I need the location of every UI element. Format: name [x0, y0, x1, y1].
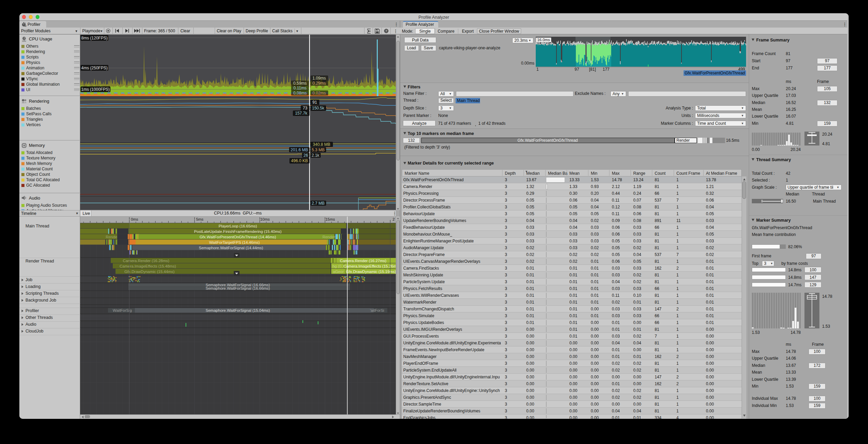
svg-text:hg (0.;: hg (0.;	[333, 264, 344, 268]
svg-text:Semaphore.WaitForSignal (14.44: Semaphore.WaitForSignal (14.44ms)	[199, 246, 263, 250]
svg-text:PlayerLoop (16.65ms): PlayerLoop (16.65ms)	[218, 224, 257, 228]
svg-text:Camera.ImageEffects (15.26ms: Camera.ImageEffects (15.26ms	[343, 264, 396, 268]
svg-text:0ms: 0ms	[131, 217, 138, 221]
svg-text:Camera.Render (16.27ms): Camera.Render (16.27ms)	[340, 259, 387, 263]
svg-text:10ms: 10ms	[260, 217, 270, 221]
svg-text:WaitForSig: WaitForSig	[113, 308, 132, 312]
svg-text:2: 2	[393, 217, 395, 221]
svg-text:Render: Render	[322, 235, 335, 239]
svg-text:Camera.Render (16.28ms): Camera.Render (16.28ms)	[123, 259, 170, 263]
svg-text:?: ?	[385, 29, 387, 33]
svg-text:Gfx.DrawDynamic (15.19ms): Gfx.DrawDynamic (15.19ms)	[346, 270, 396, 274]
svg-text:Semaphore.WaitForSignal (15.04: Semaphore.WaitForSignal (15.04ms)	[206, 308, 270, 312]
svg-text:5ms: 5ms	[196, 217, 203, 221]
svg-text:Camera.ImageEffects (15.48ms): Camera.ImageEffects (15.48ms)	[120, 264, 176, 268]
svg-text:15ms: 15ms	[325, 217, 335, 221]
svg-text:CPU: CPU	[22, 40, 26, 42]
svg-text:aGeor: aGeor	[333, 270, 344, 274]
svg-text:WaitForTargetFPS (14.46ms): WaitForTargetFPS (14.46ms)	[209, 240, 260, 244]
svg-text:Render: Render	[106, 235, 119, 239]
svg-text:Gfx.WaitForPresentOnGfxThread: Gfx.WaitForPresentOnGfxThread (14.46ms)	[199, 235, 276, 239]
svg-text:'aitForSi: 'aitForSi	[370, 308, 384, 312]
svg-text:Gfx.DrawDynamic (15.44ms): Gfx.DrawDynamic (15.44ms)	[124, 270, 175, 274]
svg-text:Semaphore.WaitForSignal (16.66: Semaphore.WaitForSignal (16.66ms)	[206, 286, 270, 290]
svg-text:PostLateUpdate.FinishFrameRend: PostLateUpdate.FinishFrameRendering (15.…	[194, 229, 282, 234]
